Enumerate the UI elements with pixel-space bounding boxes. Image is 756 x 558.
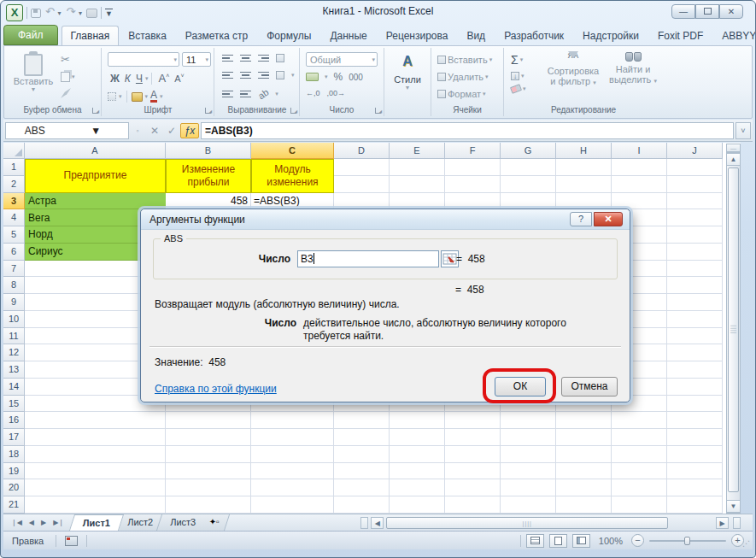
- expand-formula-bar-icon[interactable]: ˅: [735, 122, 751, 139]
- thousands-icon[interactable]: 000: [349, 73, 363, 82]
- row-header-3[interactable]: 3: [3, 193, 25, 210]
- align-right-icon[interactable]: [258, 72, 269, 79]
- zoom-level[interactable]: 100%: [599, 536, 623, 546]
- zoom-slider[interactable]: [649, 540, 726, 542]
- horizontal-scroll-thumb[interactable]: ||||: [386, 517, 668, 529]
- dialog-help-button[interactable]: ?: [570, 212, 592, 226]
- currency-icon[interactable]: [306, 73, 319, 81]
- row-header-15[interactable]: 15: [3, 396, 25, 413]
- row-header-2[interactable]: 2: [3, 176, 25, 193]
- column-header-H[interactable]: H: [556, 143, 612, 159]
- clear-icon[interactable]: ▾: [511, 85, 526, 92]
- resize-grip-icon[interactable]: ⋰: [742, 539, 751, 548]
- zoom-out-icon[interactable]: −: [631, 534, 644, 547]
- number-dialog-launcher-icon[interactable]: [375, 108, 381, 114]
- insert-function-icon[interactable]: ƒx: [180, 123, 199, 138]
- row-header-7[interactable]: 7: [3, 261, 25, 278]
- cancel-button[interactable]: Отмена: [561, 377, 618, 396]
- column-header-B[interactable]: B: [166, 143, 251, 159]
- tab-формулы[interactable]: Формулы: [257, 26, 320, 45]
- last-sheet-icon[interactable]: ▶❘: [50, 517, 67, 528]
- increase-indent-icon[interactable]: [240, 91, 251, 98]
- minimize-button[interactable]: —: [671, 4, 695, 19]
- column-header-J[interactable]: J: [667, 143, 723, 159]
- argument-input[interactable]: B3: [297, 250, 439, 267]
- tab-abbyy-pdf-tr[interactable]: ABBYY PDF Tr: [712, 26, 756, 45]
- tab-file[interactable]: Файл: [3, 25, 58, 45]
- macro-record-icon[interactable]: [65, 536, 78, 546]
- underline-button[interactable]: Ч: [133, 73, 145, 85]
- orientation-icon[interactable]: ab: [256, 87, 271, 102]
- format-cells-button[interactable]: Формат▾: [437, 89, 492, 99]
- row-header-11[interactable]: 11: [3, 328, 25, 345]
- paste-button[interactable]: Вставить▼: [11, 51, 56, 104]
- tab-надстройки[interactable]: Надстройки: [573, 26, 648, 45]
- number-format-combobox[interactable]: Общий▾: [306, 52, 378, 67]
- borders-icon[interactable]: [108, 92, 116, 101]
- vertical-scroll-thumb[interactable]: ||||: [728, 167, 739, 492]
- fill-icon[interactable]: ↓▾: [511, 72, 526, 80]
- autosum-icon[interactable]: Σ▾: [511, 53, 526, 67]
- page-layout-view-icon[interactable]: [549, 534, 567, 548]
- decrease-indent-icon[interactable]: [222, 91, 233, 98]
- percent-icon[interactable]: %: [334, 71, 343, 83]
- tab-вид[interactable]: Вид: [457, 26, 495, 45]
- font-name-combobox[interactable]: ▾: [108, 52, 179, 67]
- normal-view-icon[interactable]: [526, 534, 544, 548]
- tab-вставка[interactable]: Вставка: [119, 26, 176, 45]
- align-bottom-icon[interactable]: [258, 55, 269, 62]
- scroll-right-icon[interactable]: ▶: [716, 517, 729, 529]
- function-help-link[interactable]: Справка по этой функции: [155, 383, 277, 395]
- prev-sheet-icon[interactable]: ◀: [26, 517, 37, 528]
- bold-button[interactable]: Ж: [108, 73, 122, 85]
- scroll-left-icon[interactable]: ◀: [371, 517, 384, 529]
- name-box[interactable]: ABS ▼: [5, 122, 129, 139]
- align-left-icon[interactable]: [222, 72, 233, 79]
- row-header-13[interactable]: 13: [3, 361, 25, 379]
- tab-данные[interactable]: Данные: [320, 26, 376, 45]
- dialog-title-bar[interactable]: Аргументы функции ? ✕: [141, 209, 630, 230]
- italic-button[interactable]: К: [122, 73, 133, 85]
- tab-рецензирова[interactable]: Рецензирова: [377, 26, 458, 45]
- cell-B3[interactable]: 458: [166, 193, 251, 210]
- shrink-font-button[interactable]: А˅: [172, 73, 186, 84]
- vertical-split-handle[interactable]: —: [726, 144, 741, 152]
- font-color-icon[interactable]: А: [150, 91, 157, 103]
- row-header-16[interactable]: 16: [3, 412, 25, 429]
- column-header-C[interactable]: C: [251, 143, 334, 159]
- name-box-dropdown-icon[interactable]: ▼: [64, 125, 129, 137]
- cell-C3[interactable]: =ABS(B3): [251, 193, 334, 210]
- cell-B1-B2[interactable]: Изменение прибыли: [166, 159, 251, 193]
- column-header-I[interactable]: I: [612, 143, 667, 159]
- row-header-12[interactable]: 12: [3, 344, 25, 361]
- scroll-down-icon[interactable]: ▼: [726, 500, 741, 513]
- column-header-A[interactable]: A: [25, 143, 166, 159]
- row-header-6[interactable]: 6: [3, 244, 25, 261]
- row-header-4[interactable]: 4: [3, 209, 25, 226]
- grow-font-button[interactable]: А˄: [155, 72, 172, 85]
- horizontal-split-handle-2[interactable]: [733, 517, 741, 529]
- wrap-text-icon[interactable]: [276, 54, 284, 62]
- font-dialog-launcher-icon[interactable]: [205, 108, 211, 114]
- column-header-D[interactable]: D: [334, 143, 390, 159]
- cell-A3[interactable]: Астра: [25, 193, 166, 210]
- insert-cells-button[interactable]: Вставить▾: [437, 55, 492, 65]
- row-header-18[interactable]: 18: [3, 446, 25, 463]
- tab-разметка-стр[interactable]: Разметка стр: [176, 26, 257, 45]
- fill-color-icon[interactable]: [132, 92, 143, 102]
- select-all-corner[interactable]: [3, 143, 25, 159]
- vertical-scrollbar[interactable]: ▲ |||| ▼: [726, 152, 741, 514]
- confirm-entry-icon[interactable]: ✓: [163, 125, 180, 137]
- close-button[interactable]: ✕: [719, 4, 743, 19]
- horizontal-split-handle[interactable]: [360, 517, 368, 529]
- copy-icon[interactable]: ▾: [61, 72, 75, 82]
- row-header-8[interactable]: 8: [3, 277, 25, 294]
- scroll-up-icon[interactable]: ▲: [726, 153, 741, 166]
- formula-input[interactable]: =ABS(B3): [201, 122, 734, 139]
- row-header-1[interactable]: 1: [3, 159, 25, 176]
- tab-foxit-pdf[interactable]: Foxit PDF: [648, 26, 712, 45]
- row-header-9[interactable]: 9: [3, 294, 25, 311]
- row-header-20[interactable]: 20: [3, 479, 25, 496]
- decrease-decimal-icon[interactable]: ,00→: [327, 89, 346, 97]
- styles-button[interactable]: A Стили ▼: [388, 53, 427, 111]
